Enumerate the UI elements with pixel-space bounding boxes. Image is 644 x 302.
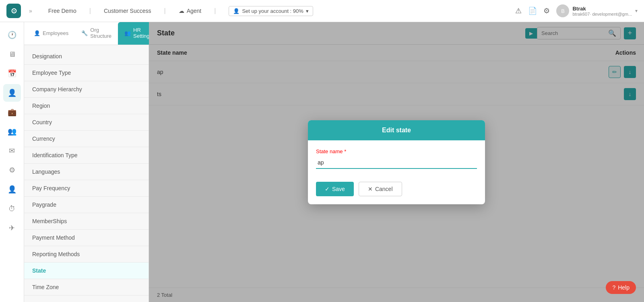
- document-icon[interactable]: 📄: [528, 6, 537, 15]
- close-icon: ✕: [368, 186, 373, 192]
- sidebar-icon-person[interactable]: 👤: [3, 84, 21, 102]
- nav-tabs: 👤 Employees 🔧 Org Structure 👥 HR Setting…: [24, 22, 149, 45]
- tab-org-structure[interactable]: 🔧 Org Structure: [75, 22, 118, 45]
- user-setup-icon: 👤: [233, 8, 239, 14]
- nav-item-state[interactable]: State: [24, 263, 149, 279]
- modal-field-label: State name *: [316, 148, 477, 154]
- nav-item-paygrade[interactable]: Paygrade: [24, 197, 149, 213]
- chevron-down-icon: ▾: [306, 8, 309, 14]
- tab-employees[interactable]: 👤 Employees: [27, 22, 75, 45]
- avatar: B: [556, 4, 569, 17]
- modal-body: State name *: [308, 140, 485, 177]
- topnav-free-demo[interactable]: Free Demo: [48, 8, 76, 14]
- top-navigation: ⊙ » Free Demo | Customer Success | ☁ Age…: [0, 0, 644, 22]
- modal-overlay: Edit state State name * ✓ Save ✕ C: [149, 22, 644, 302]
- modal-title: Edit state: [308, 120, 485, 140]
- settings-icon[interactable]: ⚙: [543, 6, 550, 15]
- sidebar-icon-mail[interactable]: ✉: [3, 142, 21, 160]
- employees-tab-icon: 👤: [34, 30, 40, 36]
- nav-item-region[interactable]: Region: [24, 98, 149, 114]
- user-name: Btrak: [572, 6, 632, 12]
- nav-item-time-zone[interactable]: Time Zone: [24, 279, 149, 296]
- hr-tab-icon: 👥: [124, 30, 131, 36]
- nav-item-currency[interactable]: Currency: [24, 131, 149, 147]
- nav-list: Designation Employee Type Company Hierar…: [24, 45, 149, 302]
- required-indicator: *: [344, 148, 346, 154]
- edit-state-modal: Edit state State name * ✓ Save ✕ C: [308, 120, 485, 204]
- main-layout: 🕐 🖥 📅 👤 💼 👥 ✉ ⚙ 👤 ⏱ ✈ 👤 Employees 🔧 Org …: [0, 22, 644, 302]
- nav-item-pay-frequency[interactable]: Pay Frequency: [24, 180, 149, 197]
- sidebar-icon-person2[interactable]: 👤: [3, 181, 21, 198]
- modal-footer: ✓ Save ✕ Cancel: [308, 177, 485, 204]
- icon-sidebar: 🕐 🖥 📅 👤 💼 👥 ✉ ⚙ 👤 ⏱ ✈: [0, 22, 24, 302]
- sidebar-icon-settings[interactable]: ⚙: [3, 161, 21, 179]
- nav-item-company-hierarchy[interactable]: Company Hierarchy: [24, 81, 149, 98]
- topnav-customer-success[interactable]: Customer Success: [104, 8, 151, 14]
- modal-cancel-button[interactable]: ✕ Cancel: [359, 182, 402, 196]
- nav-item-employee-type[interactable]: Employee Type: [24, 65, 149, 81]
- state-name-input[interactable]: [316, 157, 477, 169]
- topnav-center-links: Free Demo | Customer Success | ☁ Agent |…: [48, 6, 508, 16]
- sidebar-icon-briefcase[interactable]: 💼: [3, 103, 21, 121]
- cloud-icon: ☁: [179, 8, 184, 14]
- topnav-agent[interactable]: ☁ Agent: [179, 8, 202, 14]
- checkmark-icon: ✓: [325, 186, 330, 192]
- sidebar-icon-monitor[interactable]: 🖥: [3, 45, 21, 63]
- nav-item-country[interactable]: Country: [24, 114, 149, 131]
- sidebar-icon-clock[interactable]: 🕐: [3, 26, 21, 44]
- nav-item-memberships[interactable]: MemberShips: [24, 213, 149, 230]
- topnav-user[interactable]: B Btrak btrak607· development@gm... ▾: [556, 4, 638, 17]
- user-chevron-icon: ▾: [635, 8, 638, 14]
- sidebar-icon-team[interactable]: 👥: [3, 123, 21, 140]
- nav-item-designation[interactable]: Designation: [24, 48, 149, 65]
- nav-item-payment-method[interactable]: Payment Method: [24, 230, 149, 246]
- topnav-right: ⚠ 📄 ⚙ B Btrak btrak607· development@gm..…: [515, 4, 638, 17]
- modal-save-button[interactable]: ✓ Save: [316, 182, 354, 196]
- nav-sidebar: 👤 Employees 🔧 Org Structure 👥 HR Setting…: [24, 22, 149, 302]
- sidebar-icon-calendar[interactable]: 📅: [3, 65, 21, 82]
- alert-icon[interactable]: ⚠: [515, 6, 522, 15]
- nav-item-languages[interactable]: Languages: [24, 164, 149, 180]
- topnav-setup[interactable]: 👤 Set up your account : 90% ▾: [229, 6, 313, 16]
- nav-chevron: »: [29, 8, 32, 14]
- user-email: btrak607· development@gm...: [572, 12, 632, 16]
- sidebar-icon-send[interactable]: ✈: [3, 219, 21, 237]
- app-logo[interactable]: ⊙: [6, 4, 21, 18]
- sidebar-icon-timer[interactable]: ⏱: [3, 200, 21, 218]
- org-tab-icon: 🔧: [81, 30, 88, 36]
- nav-item-identification-type[interactable]: Identification Type: [24, 147, 149, 164]
- nav-item-reporting-methods[interactable]: Reporting Methods: [24, 246, 149, 263]
- help-icon: ?: [612, 284, 615, 291]
- help-button[interactable]: ? Help: [606, 281, 636, 294]
- main-content: State ▶ 🔍 + State name Actions ap: [149, 22, 644, 302]
